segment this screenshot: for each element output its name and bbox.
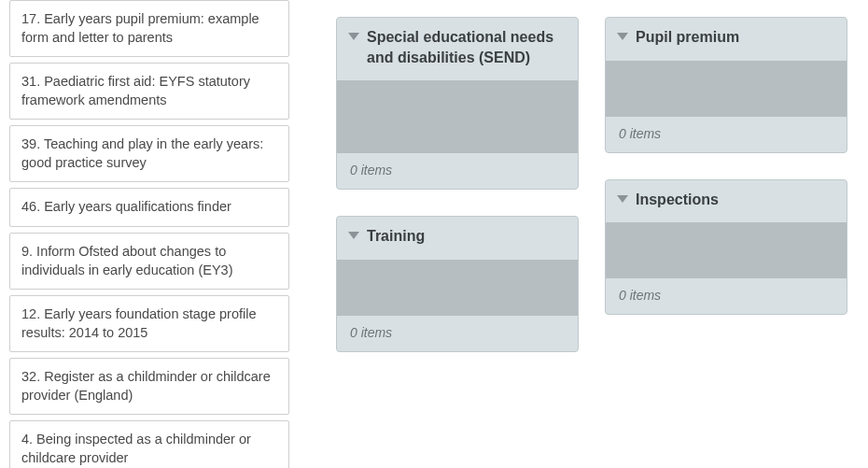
list-item[interactable]: 9. Inform Ofsted about changes to indivi…: [9, 233, 289, 290]
card-title: Inspections: [636, 190, 719, 210]
collapse-icon[interactable]: [617, 33, 628, 40]
card-title: Special educational needs and disabiliti…: [367, 27, 565, 67]
card-header: Training: [337, 217, 578, 260]
list-item[interactable]: 12. Early years foundation stage profile…: [9, 295, 289, 352]
list-item[interactable]: 32. Register as a childminder or childca…: [9, 358, 289, 415]
card-footer: 0 items: [337, 153, 578, 189]
collapse-icon[interactable]: [617, 195, 628, 203]
card-dropzone[interactable]: [606, 222, 847, 278]
main-area: Special educational needs and disabiliti…: [299, 0, 868, 468]
list-item[interactable]: 39. Teaching and play in the early years…: [9, 125, 289, 182]
card-inspections[interactable]: Inspections 0 items: [605, 179, 847, 316]
column-2: Pupil premium 0 items Inspections 0 item…: [605, 17, 847, 315]
card-dropzone[interactable]: [337, 80, 578, 153]
card-header: Inspections: [606, 180, 847, 223]
list-item[interactable]: 31. Paediatric first aid: EYFS statutory…: [9, 63, 289, 120]
column-1: Special educational needs and disabiliti…: [336, 17, 579, 352]
sidebar[interactable]: 17. Early years pupil premium: example f…: [0, 0, 299, 468]
card-dropzone[interactable]: [606, 61, 847, 117]
card-header: Pupil premium: [606, 18, 847, 61]
list-item[interactable]: 4. Being inspected as a childminder or c…: [9, 420, 289, 468]
collapse-icon[interactable]: [348, 33, 359, 40]
card-pupil-premium[interactable]: Pupil premium 0 items: [605, 17, 847, 153]
card-footer: 0 items: [606, 278, 847, 314]
list-item[interactable]: 17. Early years pupil premium: example f…: [9, 0, 289, 57]
card-dropzone[interactable]: [337, 260, 578, 316]
card-training[interactable]: Training 0 items: [336, 216, 579, 352]
card-footer: 0 items: [337, 316, 578, 351]
card-title: Training: [367, 226, 425, 247]
list-item[interactable]: 46. Early years qualifications finder: [9, 188, 289, 227]
collapse-icon[interactable]: [348, 232, 359, 239]
card-header: Special educational needs and disabiliti…: [337, 18, 578, 80]
card-footer: 0 items: [606, 117, 847, 152]
card-send[interactable]: Special educational needs and disabiliti…: [336, 17, 579, 190]
card-title: Pupil premium: [636, 27, 739, 48]
